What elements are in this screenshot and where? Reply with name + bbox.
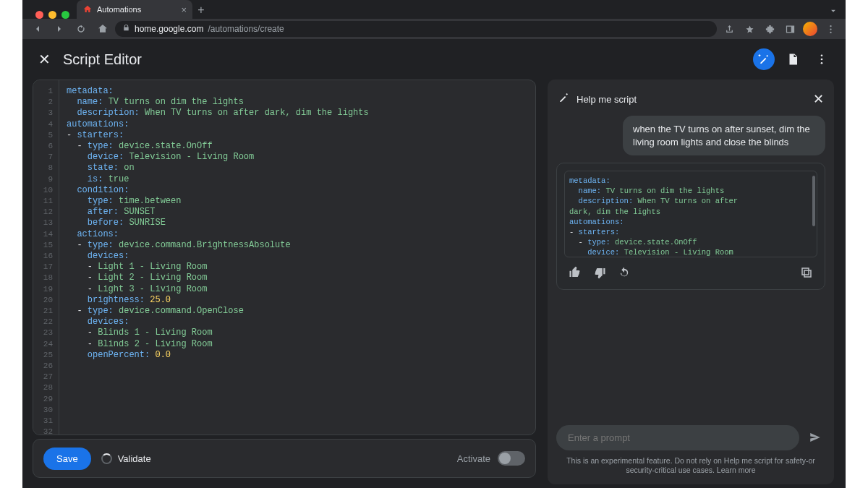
svg-point-3 [830,28,831,30]
disclaimer-text: This is an experimental feature. Do not … [556,450,825,476]
svg-point-2 [830,25,831,27]
assistant-panel: Help me script ✕ when the TV turns on af… [548,80,834,484]
thumbs-down-button[interactable] [592,265,608,281]
copy-button[interactable] [799,265,814,281]
editor-footer: Save Validate Activate [33,439,536,478]
close-editor-button[interactable]: ✕ [35,51,53,68]
tabs-dropdown-icon[interactable] [828,6,838,19]
activate-toggle[interactable] [498,451,525,466]
validate-button[interactable]: Validate [101,453,151,464]
tab-favicon-icon [82,4,93,14]
browser-tab[interactable]: Automations × [77,0,192,19]
generated-code[interactable]: metadata: name: TV turns on dim the ligh… [564,171,817,257]
tab-close-icon[interactable]: × [181,4,187,15]
document-icon[interactable] [782,48,804,70]
window-controls [28,5,77,19]
magic-wand-button[interactable] [753,48,775,70]
extensions-icon[interactable] [760,20,779,38]
activate-label: Activate [457,453,490,464]
window-maximize-icon[interactable] [61,11,69,19]
nav-forward-button[interactable] [50,20,69,38]
address-bar[interactable]: home.google.com/automations/create [115,21,717,37]
lock-icon [122,24,130,34]
url-domain: home.google.com [135,24,203,34]
more-menu-icon[interactable] [811,48,833,70]
line-gutter: 1234567891011121314151617181920212223242… [33,80,59,435]
svg-rect-8 [804,270,811,277]
send-button[interactable] [805,427,825,448]
spinner-icon [101,453,112,464]
user-message: when the TV turns on after sunset, dim t… [623,116,825,155]
wand-icon [558,92,569,106]
profile-avatar[interactable] [801,20,820,38]
assistant-close-button[interactable]: ✕ [813,91,824,107]
new-tab-button[interactable]: + [192,1,210,19]
svg-point-6 [821,59,823,61]
prompt-input[interactable] [556,425,799,450]
nav-back-button[interactable] [28,20,47,38]
tab-title: Automations [97,5,141,14]
svg-point-7 [821,62,823,64]
save-button[interactable]: Save [43,448,91,470]
svg-point-4 [830,31,831,33]
generated-card: metadata: name: TV turns on dim the ligh… [556,163,825,290]
scrollbar[interactable] [812,176,815,226]
url-path: /automations/create [208,24,284,34]
validate-label: Validate [118,453,151,464]
bookmark-icon[interactable] [740,20,759,38]
svg-rect-1 [791,26,793,33]
svg-point-5 [821,54,823,56]
nav-home-button[interactable] [93,20,112,38]
code-content[interactable]: metadata: name: TV turns on dim the ligh… [59,80,535,435]
window-close-icon[interactable] [35,11,43,19]
browser-chrome: Automations × + home.google.com/automati… [22,0,846,39]
regenerate-button[interactable] [616,265,632,281]
browser-menu-icon[interactable] [821,20,840,38]
code-editor[interactable]: 1234567891011121314151617181920212223242… [33,80,536,435]
side-panel-icon[interactable] [780,20,799,38]
window-minimize-icon[interactable] [48,11,56,19]
share-icon[interactable] [720,20,739,38]
svg-rect-9 [802,268,809,275]
page-title: Script Editor [63,51,142,68]
thumbs-up-button[interactable] [567,265,583,281]
assistant-title: Help me script [576,94,637,105]
nav-reload-button[interactable] [72,20,90,38]
